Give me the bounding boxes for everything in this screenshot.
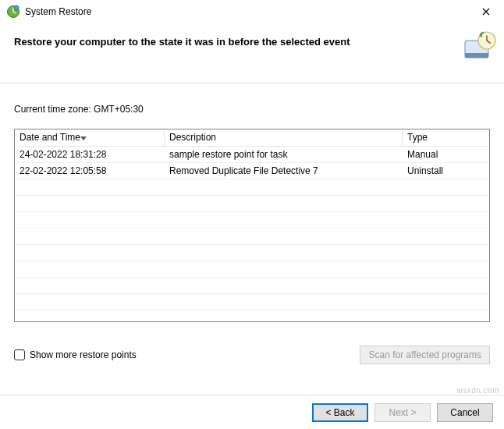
cell-type: Manual	[403, 147, 489, 163]
empty-row	[15, 196, 489, 212]
empty-row	[15, 278, 489, 294]
svg-rect-3	[465, 53, 488, 58]
close-button[interactable]	[468, 0, 504, 23]
cell-description: sample restore point for task	[165, 147, 403, 163]
cell-description: Removed Duplicate File Detective 7	[165, 163, 403, 179]
empty-row	[15, 179, 489, 196]
scan-affected-button[interactable]: Scan for affected programs	[360, 346, 490, 364]
timezone-label: Current time zone: GMT+05:30	[14, 104, 490, 115]
empty-row	[15, 212, 489, 229]
show-more-label: Show more restore points	[30, 349, 137, 360]
window-title: System Restore	[25, 6, 91, 17]
table-header: Date and Time Description Type	[15, 129, 489, 147]
system-restore-icon	[6, 5, 20, 19]
checkbox-box	[14, 349, 25, 360]
watermark: wsxdn.com	[456, 386, 499, 395]
system-restore-large-icon	[460, 30, 498, 66]
content-area: Current time zone: GMT+05:30 Date and Ti…	[0, 83, 504, 372]
wizard-header: Restore your computer to the state it wa…	[0, 23, 504, 83]
empty-row	[15, 261, 489, 278]
cell-type: Uninstall	[403, 163, 489, 179]
next-button[interactable]: Next >	[374, 403, 431, 422]
table-body: 24-02-2022 18:31:28 sample restore point…	[15, 147, 489, 310]
table-row[interactable]: 22-02-2022 12:05:58 Removed Duplicate Fi…	[15, 163, 489, 179]
back-button[interactable]: < Back	[312, 403, 368, 422]
cell-date: 24-02-2022 18:31:28	[15, 147, 165, 163]
title-bar: System Restore	[0, 0, 504, 23]
column-date[interactable]: Date and Time	[15, 129, 165, 147]
svg-point-1	[14, 5, 19, 10]
page-heading: Restore your computer to the state it wa…	[14, 34, 350, 48]
column-description[interactable]: Description	[165, 129, 403, 147]
close-icon	[482, 8, 490, 16]
column-type[interactable]: Type	[403, 129, 489, 147]
cell-date: 22-02-2022 12:05:58	[15, 163, 165, 179]
table-row[interactable]: 24-02-2022 18:31:28 sample restore point…	[15, 147, 489, 163]
restore-points-table[interactable]: Date and Time Description Type 24-02-202…	[14, 129, 490, 322]
empty-row	[15, 245, 489, 261]
cancel-button[interactable]: Cancel	[437, 403, 493, 422]
empty-row	[15, 294, 489, 310]
wizard-footer: < Back Next > Cancel	[0, 395, 504, 429]
show-more-checkbox[interactable]: Show more restore points	[14, 349, 137, 360]
empty-row	[15, 229, 489, 245]
